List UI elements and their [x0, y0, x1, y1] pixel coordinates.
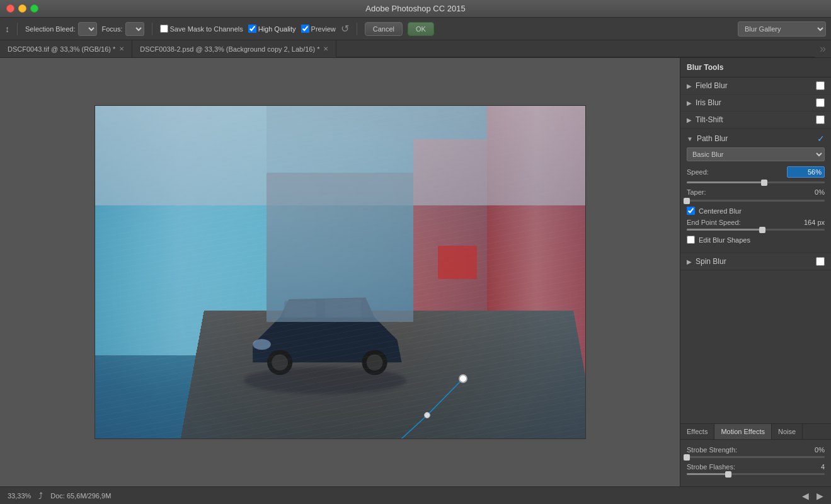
focus-select[interactable] — [125, 22, 144, 36]
tilt-shift-label: Tilt-Shift — [696, 115, 812, 124]
endpoint-speed-label: End Point Speed: — [687, 219, 804, 226]
tabs-spacer — [336, 40, 815, 57]
preview-label: Preview — [311, 25, 336, 33]
path-blur-checkmark-icon: ✓ — [817, 134, 825, 144]
blur-type-select[interactable]: Basic Blur Rear Sync Flash Strobe Flash — [687, 147, 825, 161]
iris-blur-item[interactable]: ▶ Iris Blur — [680, 94, 831, 112]
strobe-flashes-fill — [687, 473, 728, 475]
speed-slider-fill — [687, 181, 764, 183]
panel-header: Blur Tools — [680, 58, 831, 77]
selection-bleed-label: Selection Bleed: — [25, 25, 76, 33]
zoom-level: 33,33% — [8, 492, 31, 500]
path-blur-section: ▼ Path Blur ✓ Basic Blur Rear Sync Flash… — [680, 129, 831, 253]
strobe-strength-row: Strobe Strength: 0% — [687, 446, 825, 454]
tabs-more-icon[interactable]: » — [815, 40, 831, 57]
tab-2[interactable]: DSCF0038-2.psd @ 33,3% (Background copy … — [132, 40, 336, 57]
toolbar-right: Blur Gallery — [738, 21, 826, 37]
window-controls[interactable] — [6, 4, 38, 13]
spin-blur-item[interactable]: ▶ Spin Blur — [680, 253, 831, 270]
toolbar-divider-3 — [357, 23, 357, 35]
background-layer — [95, 106, 585, 438]
field-blur-checkbox[interactable] — [816, 81, 825, 90]
endpoint-speed-value: 164 px — [804, 219, 825, 226]
strobe-flashes-thumb[interactable] — [725, 471, 731, 478]
right-panel: Blur Tools ▶ Field Blur ▶ Iris Blur ▶ Ti… — [680, 58, 831, 486]
path-blur-arrow-icon: ▼ — [687, 135, 693, 142]
focus-group: Focus: — [102, 22, 144, 36]
strobe-strength-slider[interactable] — [687, 456, 825, 458]
tilt-shift-checkbox[interactable] — [816, 115, 825, 124]
strobe-strength-label: Strobe Strength: — [687, 446, 815, 454]
save-mask-checkbox-group[interactable]: Save Mask to Channels — [160, 25, 243, 33]
taper-slider-track[interactable] — [687, 200, 825, 202]
endpoint-slider-track[interactable] — [687, 229, 825, 231]
strobe-strength-thumb[interactable] — [684, 454, 690, 461]
blur-path-startpoint[interactable] — [459, 374, 467, 383]
ok-button[interactable]: OK — [408, 22, 434, 36]
selection-bleed-select[interactable] — [78, 22, 97, 36]
title-bar: Adobe Photoshop CC 2015 — [0, 0, 831, 18]
edit-blur-shapes-checkbox[interactable] — [687, 236, 695, 244]
main-area: Blur Tools ▶ Field Blur ▶ Iris Blur ▶ Ti… — [0, 58, 831, 486]
path-blur-header: ▼ Path Blur ✓ — [687, 134, 825, 147]
motion-effects-content: Strobe Strength: 0% Strobe Flashes: 4 — [680, 440, 831, 486]
taper-slider-thumb[interactable] — [684, 198, 690, 204]
field-blur-arrow-icon: ▶ — [687, 83, 692, 89]
strobe-strength-value: 0% — [815, 446, 825, 454]
blur-path-midpoint[interactable] — [424, 412, 430, 418]
window-title: Adobe Photoshop CC 2015 — [365, 4, 465, 13]
high-quality-checkbox[interactable] — [248, 25, 256, 33]
field-blur-item[interactable]: ▶ Field Blur — [680, 77, 831, 94]
selection-bleed-group: Selection Bleed: — [25, 22, 97, 36]
tilt-shift-arrow-icon: ▶ — [687, 117, 692, 123]
field-blur-label: Field Blur — [696, 81, 812, 90]
endpoint-slider-thumb[interactable] — [759, 227, 765, 233]
tab-2-label: DSCF0038-2.psd @ 33,3% (Background copy … — [140, 45, 319, 53]
centered-blur-label: Centered Blur — [699, 207, 742, 215]
tab-motion-effects[interactable]: Motion Effects — [714, 424, 772, 439]
spin-blur-arrow-icon: ▶ — [687, 258, 692, 265]
navigate-right-icon[interactable]: ▶ — [817, 491, 823, 501]
tab-1-close-icon[interactable]: ✕ — [119, 45, 124, 52]
path-blur-label: Path Blur — [697, 134, 813, 143]
reset-icon[interactable]: ↺ — [341, 23, 349, 35]
speed-label: Speed: — [687, 168, 737, 176]
high-quality-checkbox-group[interactable]: High Quality — [248, 25, 296, 33]
toolbar: ↕ Selection Bleed: Focus: Save Mask to C… — [0, 18, 831, 40]
share-icon[interactable]: ⤴ — [38, 491, 43, 501]
cancel-button[interactable]: Cancel — [365, 22, 403, 36]
bottom-tabs-panel: Effects Motion Effects Noise Strobe Stre… — [680, 423, 831, 486]
speed-slider-thumb[interactable] — [761, 180, 767, 186]
toolbar-arrow-tool[interactable]: ↕ — [5, 24, 9, 34]
taper-row: Taper: 0% — [687, 188, 825, 196]
centered-blur-row: Centered Blur — [687, 207, 825, 215]
tab-noise[interactable]: Noise — [772, 424, 803, 439]
spin-blur-checkbox[interactable] — [816, 257, 825, 266]
high-quality-label: High Quality — [258, 25, 296, 33]
preview-checkbox[interactable] — [301, 25, 309, 33]
strobe-flashes-row: Strobe Flashes: 4 — [687, 463, 825, 471]
canvas-area[interactable] — [0, 58, 680, 486]
tab-effects[interactable]: Effects — [680, 424, 714, 439]
centered-blur-checkbox[interactable] — [687, 207, 695, 215]
iris-blur-label: Iris Blur — [696, 98, 812, 107]
tab-1[interactable]: DSCF0043.tif @ 33,3% (RGB/16) * ✕ — [0, 40, 132, 57]
navigate-left-icon[interactable]: ◀ — [802, 491, 809, 501]
maximize-button[interactable] — [30, 4, 38, 13]
doc-info: Doc: 65,6M/296,9M — [50, 492, 111, 500]
speed-slider-track[interactable] — [687, 181, 825, 183]
spin-blur-label: Spin Blur — [696, 257, 812, 266]
save-mask-checkbox[interactable] — [160, 25, 168, 33]
iris-blur-checkbox[interactable] — [816, 98, 825, 107]
blur-gallery-select[interactable]: Blur Gallery — [738, 21, 826, 37]
tilt-shift-item[interactable]: ▶ Tilt-Shift — [680, 112, 831, 129]
endpoint-speed-row: End Point Speed: 164 px — [687, 219, 825, 226]
speed-input[interactable] — [787, 166, 825, 178]
preview-checkbox-group[interactable]: Preview — [301, 25, 336, 33]
toolbar-divider-1 — [17, 23, 18, 35]
tab-2-close-icon[interactable]: ✕ — [323, 45, 328, 52]
speed-row: Speed: — [687, 166, 825, 178]
strobe-flashes-slider[interactable] — [687, 473, 825, 475]
close-button[interactable] — [6, 4, 14, 13]
minimize-button[interactable] — [18, 4, 26, 13]
